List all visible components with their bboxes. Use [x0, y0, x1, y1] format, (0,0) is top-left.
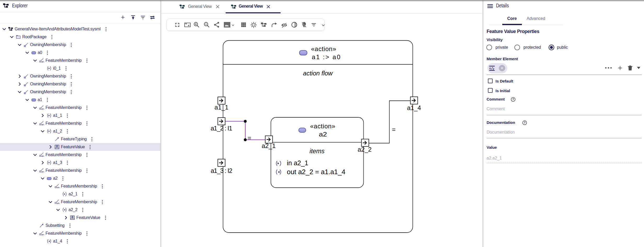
svg-text:a1_3 : I2: a1_3 : I2: [211, 167, 232, 174]
svg-text:in a2_1: in a2_1: [287, 159, 308, 167]
svg-text:a2: a2: [319, 131, 327, 138]
svg-text:a1_4: a1_4: [407, 104, 421, 111]
svg-text:action flow: action flow: [303, 70, 333, 77]
svg-text:=: =: [248, 134, 251, 141]
svg-text:?: ?: [524, 121, 526, 124]
svg-text:out a2_2 = a1.a1_4: out a2_2 = a1.a1_4: [287, 168, 345, 175]
svg-text:items: items: [310, 147, 324, 155]
svg-text:«action»: «action»: [311, 45, 336, 52]
svg-text:?: ?: [512, 98, 514, 101]
svg-text:«action»: «action»: [310, 123, 335, 130]
svg-text:=: =: [392, 126, 396, 133]
svg-text:a1_1: a1_1: [214, 104, 228, 111]
svg-text:a1_2 : I1: a1_2 : I1: [211, 125, 232, 132]
svg-text:a2_2: a2_2: [358, 146, 372, 153]
svg-text:a2_1: a2_1: [262, 142, 276, 149]
